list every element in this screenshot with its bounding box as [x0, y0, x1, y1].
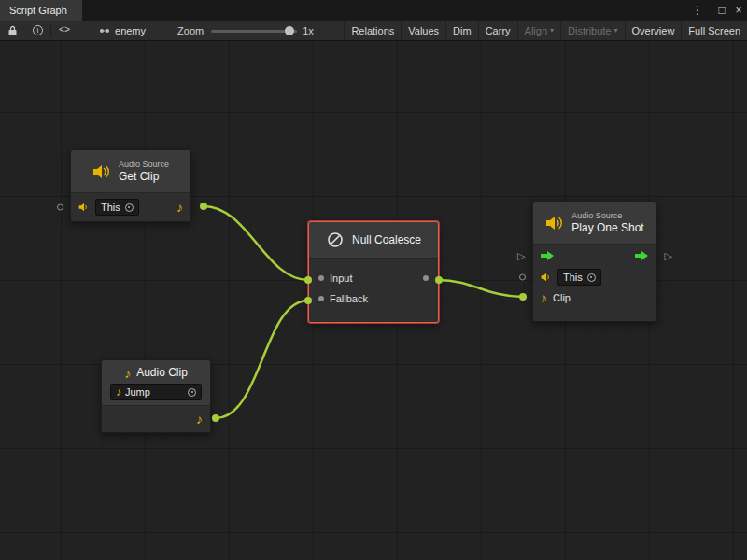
audio-clip-output-icon: ♪ — [196, 413, 203, 426]
fullscreen-button[interactable]: Full Screen — [681, 21, 747, 40]
audio-source-icon — [545, 216, 564, 231]
audio-clip-value: Jump — [125, 386, 150, 398]
relations-button[interactable]: Relations — [344, 21, 401, 40]
node-play-one-shot[interactable]: Audio Source Play One Shot ▷ ▷ — [532, 201, 657, 322]
info-icon[interactable]: i — [25, 21, 50, 40]
toolbar-separator — [78, 24, 78, 37]
chevron-down-icon: ▾ — [614, 26, 618, 35]
overview-button[interactable]: Overview — [625, 21, 682, 40]
this-input-port[interactable] — [519, 274, 526, 281]
audio-clip-output-icon: ♪ — [176, 201, 183, 214]
node-title: Get Clip — [119, 170, 169, 184]
node-audio-clip-header[interactable]: ♪ Audio Clip — [102, 360, 210, 382]
distribute-label: Distribute — [568, 25, 611, 36]
wire-output-to-clip[interactable] — [439, 280, 523, 297]
this-field-value: This — [101, 202, 120, 213]
node-null-coalesce[interactable]: Null Coalesce Input Fallback — [308, 221, 439, 323]
this-input-port[interactable] — [57, 204, 63, 211]
node-null-coalesce-header[interactable]: Null Coalesce — [309, 222, 438, 258]
tabbar-spacer — [82, 0, 689, 21]
graph-toolbar: i <> enemy Zoom 1x Relations Values — [0, 21, 747, 41]
node-title: Audio Clip — [136, 366, 188, 380]
wire-getclip-to-input[interactable] — [204, 206, 308, 280]
script-graph-window: Script Graph ⋮ □ × i <> — [0, 0, 747, 560]
flow-input-port[interactable]: ▷ — [517, 251, 525, 261]
info-glyph: i — [33, 25, 43, 35]
node-title: Null Coalesce — [352, 233, 421, 247]
this-field[interactable]: This — [95, 199, 139, 216]
object-picker-icon[interactable] — [188, 388, 196, 397]
graph-name: enemy — [115, 25, 146, 36]
audio-clip-asset-icon: ♪ — [116, 386, 121, 398]
maximize-icon[interactable]: □ — [713, 0, 730, 21]
input-port[interactable] — [318, 275, 324, 281]
flow-in-arrow-icon — [541, 250, 555, 261]
tab-bar: Script Graph ⋮ □ × — [0, 0, 747, 21]
audio-clip-field[interactable]: ♪ Jump — [110, 384, 202, 400]
carry-button[interactable]: Carry — [478, 21, 517, 40]
null-coalesce-icon — [326, 231, 345, 249]
fallback-port[interactable] — [318, 296, 324, 301]
port-dot[interactable] — [519, 293, 527, 301]
node-category: Audio Source — [571, 210, 643, 221]
this-field[interactable]: This — [557, 269, 601, 286]
object-picker-icon[interactable] — [125, 203, 134, 212]
graph-icon — [99, 25, 110, 36]
graph-breadcrumb[interactable]: enemy — [99, 25, 146, 36]
flow-output-port[interactable]: ▷ — [665, 251, 672, 261]
audio-clip-icon: ♪ — [124, 367, 131, 380]
audio-source-icon — [92, 164, 111, 179]
tab-script-graph[interactable]: Script Graph — [0, 0, 82, 21]
window-menu-icon[interactable]: ⋮ — [689, 0, 706, 21]
chevron-down-icon: ▾ — [550, 26, 554, 35]
close-icon[interactable]: × — [730, 0, 747, 21]
align-label: Align — [525, 25, 547, 36]
node-get-clip[interactable]: Audio Source Get Clip This — [70, 149, 191, 222]
audio-source-icon — [78, 203, 90, 212]
code-icon[interactable]: <> — [51, 21, 78, 40]
clip-port-label: Clip — [553, 292, 571, 303]
input-port-label: Input — [330, 273, 352, 284]
audio-source-icon — [541, 273, 552, 282]
dim-button[interactable]: Dim — [445, 21, 478, 40]
zoom-slider-handle[interactable] — [285, 26, 294, 35]
toolbar-buttons: Relations Values Dim Carry Align ▾ Distr… — [344, 21, 747, 40]
distribute-button[interactable]: Distribute ▾ — [560, 21, 624, 40]
audio-clip-input-icon: ♪ — [541, 291, 547, 304]
node-audio-clip[interactable]: ♪ Audio Clip ♪ Jump ♪ — [101, 359, 211, 433]
code-glyph: <> — [59, 25, 70, 35]
port-dot[interactable] — [200, 203, 207, 210]
node-title: Play One Shot — [571, 221, 643, 235]
result-output-port[interactable] — [423, 275, 429, 281]
wire-audioclip-to-fallback[interactable] — [216, 301, 308, 418]
zoom-label: Zoom — [177, 25, 204, 36]
values-button[interactable]: Values — [401, 21, 445, 40]
port-dot[interactable] — [212, 414, 219, 422]
this-field-value: This — [563, 272, 583, 283]
align-button[interactable]: Align ▾ — [517, 21, 560, 40]
node-play-one-shot-header[interactable]: Audio Source Play One Shot — [533, 202, 656, 244]
lock-icon[interactable] — [0, 21, 25, 40]
flow-out-arrow-icon — [635, 250, 649, 261]
fallback-port-label: Fallback — [330, 293, 368, 304]
zoom-value: 1x — [303, 25, 314, 36]
object-picker-icon[interactable] — [587, 273, 596, 282]
zoom-slider[interactable] — [211, 24, 297, 37]
node-category: Audio Source — [119, 159, 169, 170]
node-get-clip-header[interactable]: Audio Source Get Clip — [71, 150, 190, 192]
graph-canvas[interactable]: Audio Source Get Clip This — [0, 41, 747, 560]
tab-title: Script Graph — [9, 5, 67, 16]
